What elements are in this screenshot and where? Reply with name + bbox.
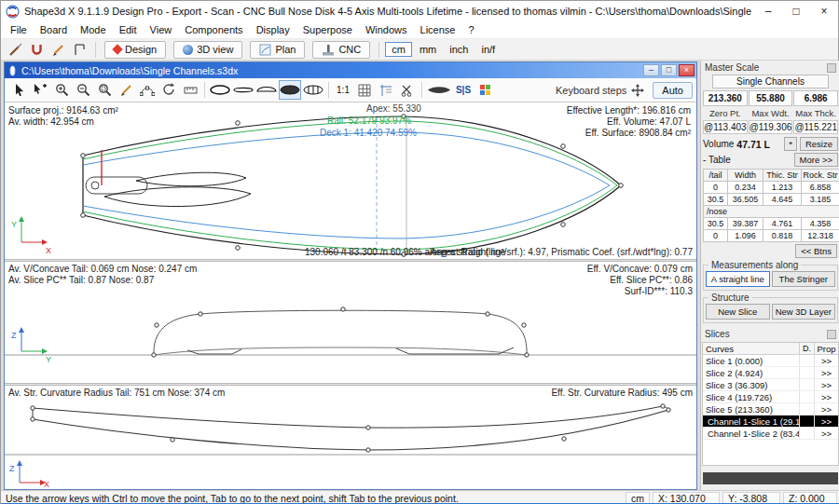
panel-pin-button[interactable] bbox=[827, 330, 836, 339]
cell[interactable]: 39.387 bbox=[728, 218, 763, 230]
slice-d-cell[interactable] bbox=[799, 391, 814, 402]
menu-superpose[interactable]: Superpose bbox=[296, 22, 359, 37]
select-cursor-icon[interactable] bbox=[8, 80, 29, 100]
symmetry-button[interactable]: S|S bbox=[453, 80, 474, 100]
minimize-button[interactable]: – bbox=[754, 1, 782, 21]
zoom-out-icon[interactable] bbox=[73, 80, 93, 100]
doc-minimize-button[interactable]: – bbox=[643, 64, 659, 76]
slice-d-cell[interactable] bbox=[799, 428, 814, 439]
slice-prop-button[interactable]: >> bbox=[814, 379, 838, 390]
menu-help[interactable]: ? bbox=[461, 22, 480, 37]
cell[interactable]: 0.818 bbox=[763, 230, 802, 242]
table-label[interactable]: - Table bbox=[703, 155, 731, 165]
cell[interactable]: 3.185 bbox=[802, 194, 839, 206]
unit-mm[interactable]: mm bbox=[414, 42, 442, 57]
cell[interactable]: 30.5 bbox=[704, 218, 728, 230]
slice-list-item[interactable]: Slice 3 (36.309) >> bbox=[703, 379, 838, 391]
document-title-bar[interactable]: C:\Users\thoma\Downloads\Single Channels… bbox=[5, 62, 696, 78]
grid-icon[interactable] bbox=[354, 80, 375, 100]
design-button[interactable]: Design bbox=[104, 41, 166, 59]
pencil-tool-icon[interactable] bbox=[48, 40, 69, 59]
slice-list-item[interactable]: Slice 5 (213.360) >> bbox=[703, 403, 838, 415]
menu-edit[interactable]: Edit bbox=[113, 22, 144, 37]
guides-icon[interactable] bbox=[376, 80, 396, 100]
more-button[interactable]: More >> bbox=[794, 153, 838, 167]
cell[interactable]: 1.096 bbox=[728, 230, 763, 242]
board-name[interactable]: Single Channels bbox=[712, 75, 829, 89]
resize-button[interactable]: Resize bbox=[800, 137, 838, 151]
cell[interactable]: 0.234 bbox=[728, 182, 763, 194]
slice-prop-button[interactable]: >> bbox=[814, 415, 838, 427]
slices-view-icon[interactable] bbox=[302, 80, 324, 100]
rotate-icon[interactable] bbox=[158, 80, 179, 100]
edit-curve-icon[interactable] bbox=[137, 80, 158, 100]
length-field[interactable]: 213.360 bbox=[703, 90, 748, 106]
cell[interactable]: 1.213 bbox=[763, 182, 802, 194]
outline-view[interactable]: Y X Surface proj.: 9164.63 cm² Av. width… bbox=[5, 102, 696, 259]
btns-toggle-button[interactable]: << Btns bbox=[795, 244, 837, 258]
rocker-canvas[interactable]: Z X bbox=[5, 386, 696, 489]
panel-pin-button[interactable] bbox=[827, 63, 836, 73]
slice-list-item[interactable]: Channel 1-Slice 2 (83.4... >> bbox=[703, 428, 838, 440]
menu-view[interactable]: View bbox=[144, 22, 179, 37]
slice-d-cell[interactable] bbox=[799, 415, 814, 427]
asterisk-button[interactable]: * bbox=[784, 137, 797, 151]
magnet-tool-icon[interactable] bbox=[26, 40, 48, 59]
slice-view[interactable]: Z Y Av. V/Concave Tail: 0.069 cm Nose: 0… bbox=[5, 262, 696, 383]
slice-prop-button[interactable]: >> bbox=[814, 355, 838, 366]
menu-license[interactable]: License bbox=[414, 22, 462, 37]
maximize-button[interactable]: □ bbox=[782, 1, 810, 21]
edit-pencil-icon[interactable] bbox=[116, 80, 136, 100]
unit-inch[interactable]: inch bbox=[444, 42, 474, 57]
slice-d-cell[interactable] bbox=[799, 355, 814, 366]
slice-list-item[interactable]: Slice 2 (4.924) >> bbox=[703, 367, 838, 379]
slice-list-item[interactable]: Slice 1 (0.000) >> bbox=[703, 355, 838, 367]
menu-components[interactable]: Components bbox=[178, 22, 249, 37]
slice-prop-button[interactable]: >> bbox=[814, 403, 838, 415]
bottom-view-icon[interactable] bbox=[279, 80, 301, 100]
cell[interactable]: 4.358 bbox=[802, 218, 839, 230]
max-wdt-field[interactable]: @119.306 bbox=[749, 120, 793, 134]
thickness-field[interactable]: 6.986 bbox=[793, 90, 838, 106]
3d-view-button[interactable]: 3D view bbox=[173, 41, 242, 59]
width-field[interactable]: 55.880 bbox=[749, 90, 793, 106]
move-cross-icon[interactable] bbox=[627, 80, 648, 100]
auto-button[interactable]: Auto bbox=[653, 82, 693, 99]
cell[interactable]: 4.761 bbox=[763, 218, 802, 230]
doc-restore-button[interactable]: □ bbox=[661, 64, 677, 76]
menu-mode[interactable]: Mode bbox=[74, 22, 113, 37]
deck-view-icon[interactable] bbox=[255, 80, 278, 100]
horizontal-scrollbar[interactable] bbox=[703, 472, 838, 484]
cell[interactable]: 36.505 bbox=[728, 194, 763, 206]
new-slice-button[interactable]: New Slice bbox=[706, 304, 770, 320]
menu-windows[interactable]: Windows bbox=[359, 22, 414, 37]
cell[interactable]: 30.5 bbox=[704, 194, 728, 206]
new-3d-layer-button[interactable]: New 3D Layer bbox=[772, 304, 836, 320]
slice-d-cell[interactable] bbox=[799, 403, 814, 415]
slice-d-cell[interactable] bbox=[799, 379, 814, 390]
zero-pt-field[interactable]: @113.403 bbox=[703, 120, 748, 134]
board-icon[interactable] bbox=[426, 80, 452, 100]
measure-icon[interactable] bbox=[180, 80, 200, 100]
add-point-cursor-icon[interactable] bbox=[30, 80, 50, 100]
rocker-view[interactable]: Z X Av. Str. Curvature Radius Tail: 751 … bbox=[5, 386, 696, 489]
zoom-in-icon[interactable] bbox=[51, 80, 72, 100]
cell[interactable]: 0 bbox=[704, 182, 728, 194]
menu-file[interactable]: File bbox=[4, 22, 34, 37]
awl-tool-icon[interactable] bbox=[5, 40, 26, 59]
menu-display[interactable]: Display bbox=[250, 22, 296, 37]
caliper-tool-icon[interactable] bbox=[69, 40, 90, 59]
one-to-one-button[interactable]: 1:1 bbox=[333, 80, 353, 100]
slice-prop-button[interactable]: >> bbox=[814, 367, 838, 378]
plan-button[interactable]: Plan bbox=[250, 41, 305, 59]
slice-d-cell[interactable] bbox=[799, 367, 814, 378]
colors-icon[interactable] bbox=[475, 80, 495, 100]
menu-board[interactable]: Board bbox=[34, 22, 74, 37]
zoom-window-icon[interactable] bbox=[94, 80, 115, 100]
cell[interactable]: 4.645 bbox=[763, 194, 802, 206]
cut-icon[interactable] bbox=[397, 80, 418, 100]
close-button[interactable]: × bbox=[810, 1, 838, 21]
slice-prop-button[interactable]: >> bbox=[814, 391, 838, 402]
slice-prop-button[interactable]: >> bbox=[814, 428, 838, 439]
unit-cm[interactable]: cm bbox=[385, 42, 412, 57]
